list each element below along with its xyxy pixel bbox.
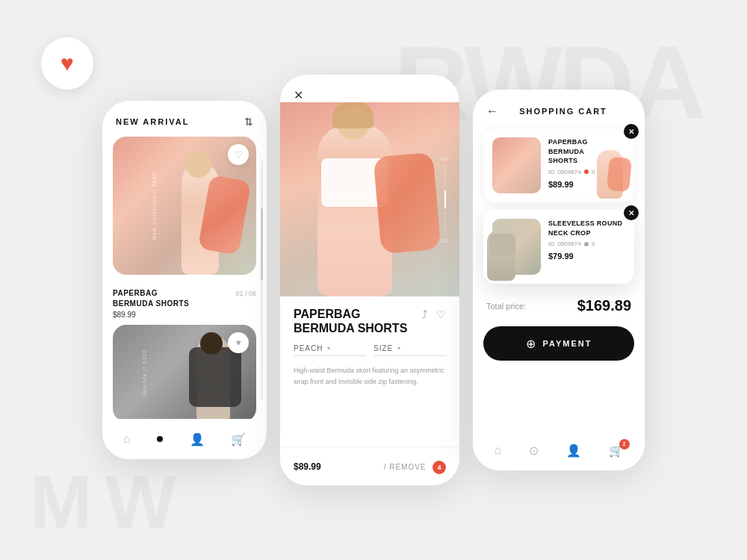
product-name-detail: PAPERBAGBERMUDA SHORTS	[294, 307, 407, 335]
cart-remove-2[interactable]: ✕	[624, 205, 639, 220]
remove-label: / REMOVE	[384, 463, 427, 471]
cart-product-photo-1	[492, 137, 541, 193]
nav-user-icon[interactable]: 👤	[190, 432, 205, 447]
share-icon[interactable]: ⤴	[422, 308, 427, 320]
cart-item-img-2	[492, 219, 541, 275]
cart-total: Total price: $169.89	[473, 291, 645, 320]
cart-title: SHOPPING CART	[507, 107, 619, 116]
logo[interactable]: ♥	[41, 37, 93, 90]
product-card-2[interactable]: Join life // 2020 ♥	[113, 325, 256, 422]
remove-count-badge: 4	[433, 461, 446, 474]
scroll-hint	[261, 161, 263, 399]
cart-item-id-2: ID: 0009674	[548, 240, 581, 247]
card-heart-1[interactable]: ♡	[228, 144, 249, 165]
product-info-1: 01 / 06 PAPERBAGBERMUDA SHORTS $89.99	[102, 282, 267, 325]
cart-count-badge: 2	[619, 439, 630, 449]
heart-logo-icon: ♥	[61, 51, 74, 76]
cart-size-1: S	[592, 169, 595, 175]
nav-cart-icon[interactable]: 🛒	[231, 432, 246, 447]
heart-icon-2: ♥	[235, 337, 241, 348]
product-description: High-waist Bermuda skort featuring an as…	[294, 365, 446, 387]
color-dropdown-arrow: ▾	[327, 345, 331, 352]
total-label: Total price:	[486, 302, 526, 311]
close-button[interactable]: ✕	[294, 88, 303, 102]
phone-product-detail: ✕ 06 01	[280, 75, 459, 485]
heart-icon-1: ♡	[235, 149, 243, 160]
nav3-user-icon[interactable]: 👤	[566, 444, 581, 458]
total-price: $169.89	[577, 297, 631, 314]
detail-price: $89.99	[294, 461, 321, 472]
slide-indicator: 06 01	[441, 155, 449, 244]
cart-item-img-1	[492, 137, 541, 193]
phone-shopping-cart: ← SHOPPING CART PAPERBAG BERMUDASHORTS I…	[473, 90, 645, 470]
new-arrival-title: NEW ARRIVAL	[116, 117, 189, 126]
product-price-1: $89.99	[113, 311, 256, 319]
nav3-search-icon[interactable]: ⊙	[529, 444, 539, 458]
card-side-text-2: Join life // 2020	[142, 349, 147, 397]
phone1-header: NEW ARRIVAL ⇅	[102, 101, 267, 137]
cart-item-1[interactable]: PAPERBAG BERMUDASHORTS ID: 0009674 S $89…	[483, 128, 634, 202]
phone2-footer: $89.99 / REMOVE 4	[280, 447, 459, 485]
nav3-home-icon[interactable]: ⌂	[494, 444, 501, 457]
cart-item-name-2: SLEEVELESS ROUNDNECK CROP	[548, 219, 625, 237]
phones-container: NEW ARRIVAL ⇅ New collection // 2020 ♡ 0…	[102, 75, 645, 485]
phone2-header: ✕	[280, 75, 459, 102]
size-value: SIZE	[374, 344, 393, 352]
cart-item-info-2: SLEEVELESS ROUNDNECK CROP ID: 0009674 S …	[548, 219, 625, 275]
cart-size-2: S	[592, 240, 595, 247]
payment-label: PAYMENT	[543, 339, 592, 348]
cart-color-dot-1	[584, 169, 589, 174]
nav3-cart-badge[interactable]: 🛒 2	[609, 444, 624, 458]
phone2-content: PAPERBAGBERMUDA SHORTS ⤴ ♡ PEACH ▾ SIZE …	[280, 296, 459, 408]
payment-button[interactable]: ⊕ PAYMENT	[483, 326, 634, 361]
product-name-1: PAPERBAGBERMUDA SHORTS	[113, 288, 256, 309]
card-heart-2[interactable]: ♥	[228, 332, 249, 353]
wishlist-icon[interactable]: ♡	[436, 308, 446, 320]
color-value: PEACH	[294, 344, 323, 352]
cart-color-dot-2	[584, 242, 589, 246]
phone3-header: ← SHOPPING CART	[473, 90, 645, 128]
product-selectors: PEACH ▾ SIZE ▾	[294, 344, 446, 356]
fingerprint-icon: ⊕	[526, 337, 536, 351]
back-button[interactable]: ←	[486, 105, 498, 118]
product-card-1[interactable]: New collection // 2020 ♡	[113, 137, 256, 275]
remove-action[interactable]: / REMOVE 4	[384, 459, 446, 474]
product-actions: ⤴ ♡	[422, 308, 446, 320]
nav-active-dot[interactable]	[157, 436, 163, 442]
phone3-bottom-nav: ⌂ ⊙ 👤 🛒 2	[473, 430, 645, 470]
phone1-bottom-nav: ⌂ 👤 🛒	[102, 419, 267, 459]
phone-new-arrival: NEW ARRIVAL ⇅ New collection // 2020 ♡ 0…	[102, 101, 267, 459]
cart-product-photo-2	[492, 219, 541, 275]
cart-item-id-1: ID: 0009674	[548, 169, 581, 175]
product-pagination: 01 / 06	[235, 290, 256, 297]
card-side-text-1: New collection // 2020	[152, 172, 157, 239]
cart-remove-1[interactable]: ✕	[624, 124, 639, 139]
color-selector[interactable]: PEACH ▾	[294, 344, 366, 356]
size-dropdown-arrow: ▾	[397, 345, 401, 352]
size-selector[interactable]: SIZE ▾	[374, 344, 446, 356]
cart-item-2[interactable]: SLEEVELESS ROUNDNECK CROP ID: 0009674 S …	[483, 210, 634, 284]
cart-item-meta-2: ID: 0009674 S	[548, 240, 625, 247]
filter-icon[interactable]: ⇅	[244, 116, 253, 128]
nav-home-icon[interactable]: ⌂	[123, 432, 131, 446]
cart-item-price-2: $79.99	[548, 252, 625, 261]
product-image-large: 06 01	[280, 102, 459, 296]
